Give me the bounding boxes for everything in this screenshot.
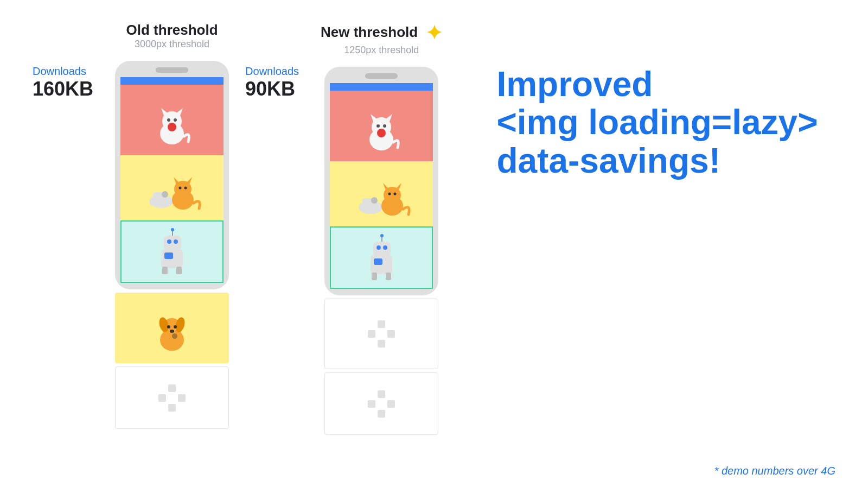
- right-loading-box-1: [324, 299, 438, 369]
- sparkle-icon: ✦: [426, 22, 442, 45]
- right-img-dog-teal: [330, 226, 433, 289]
- left-phone-column: Old threshold 3000px threshold: [115, 22, 229, 429]
- right-loading-spinner-1: [368, 320, 395, 348]
- svg-point-19: [171, 228, 174, 231]
- right-loading-spinner-2: [368, 390, 395, 418]
- left-loading-box: [115, 367, 229, 429]
- svg-rect-22: [164, 252, 173, 259]
- improved-text: Improved <img loading=lazy> data-savings…: [496, 65, 818, 180]
- left-img-cat-yellow: [120, 155, 224, 220]
- svg-rect-50: [373, 242, 391, 257]
- robot-dog-icon: [150, 228, 194, 276]
- svg-point-53: [376, 245, 381, 250]
- right-downloads-size: 90KB: [245, 78, 295, 100]
- left-img-cat-salmon: [120, 85, 224, 155]
- left-phone-screen: [120, 77, 224, 283]
- svg-point-4: [167, 118, 170, 122]
- svg-rect-57: [386, 273, 391, 280]
- right-phone-column: New threshold ✦ 1250px threshold: [321, 22, 442, 435]
- svg-point-20: [167, 239, 171, 244]
- right-column-header: New threshold ✦ 1250px threshold: [321, 22, 442, 56]
- left-nav-bar: [120, 77, 224, 85]
- svg-point-6: [168, 123, 176, 131]
- left-phone-notch: [156, 67, 188, 73]
- svg-rect-24: [176, 267, 182, 274]
- right-downloads-info: Downloads 90KB: [245, 65, 299, 100]
- svg-point-37: [376, 124, 380, 128]
- svg-point-29: [167, 325, 170, 329]
- svg-point-31: [170, 330, 174, 333]
- svg-point-21: [174, 239, 178, 244]
- right-below-phone: [324, 299, 438, 435]
- right-column-title: New threshold ✦: [321, 22, 442, 45]
- svg-point-32: [172, 333, 177, 339]
- left-column-header: Old threshold 3000px threshold: [126, 22, 218, 50]
- svg-marker-46: [395, 183, 401, 191]
- dog-yellow-icon: [148, 301, 196, 355]
- left-column-title: Old threshold: [126, 22, 218, 39]
- svg-point-30: [174, 325, 177, 329]
- left-column-subtitle: 3000px threshold: [126, 39, 218, 50]
- svg-point-54: [383, 245, 387, 250]
- svg-rect-23: [162, 267, 168, 274]
- left-downloads-info: Downloads 160KB: [33, 65, 93, 100]
- right-cat-orange-icon: [352, 167, 411, 221]
- right-phone-screen: [330, 83, 433, 289]
- demo-note: * demo numbers over 4G: [714, 465, 835, 477]
- right-nav-bar: [330, 83, 433, 91]
- cat-orange-icon: [142, 161, 202, 215]
- right-img-cat-yellow: [330, 161, 433, 226]
- svg-point-52: [380, 234, 384, 237]
- right-img-cat-salmon: [330, 91, 433, 161]
- svg-point-38: [383, 124, 386, 128]
- cat-white-icon: [148, 93, 196, 147]
- svg-rect-55: [374, 258, 382, 265]
- svg-point-14: [179, 187, 182, 190]
- svg-point-48: [394, 193, 397, 195]
- right-robot-dog-icon: [360, 233, 403, 282]
- right-cat-white-icon: [357, 99, 406, 153]
- left-phone-frame: [115, 61, 229, 289]
- svg-rect-17: [164, 236, 181, 251]
- svg-rect-56: [372, 273, 377, 280]
- svg-point-42: [371, 197, 378, 204]
- svg-marker-12: [174, 177, 180, 185]
- left-img-dog-teal: [120, 220, 224, 283]
- right-phone-notch: [365, 73, 398, 79]
- left-downloads-size: 160KB: [33, 78, 93, 100]
- right-column-subtitle: 1250px threshold: [321, 45, 442, 56]
- right-phone-frame: [324, 67, 438, 295]
- left-below-phone: [115, 293, 229, 429]
- svg-point-9: [162, 191, 168, 198]
- svg-marker-45: [383, 183, 390, 191]
- page: Downloads 160KB Old threshold 3000px thr…: [0, 0, 868, 499]
- right-downloads-label: Downloads: [245, 65, 299, 77]
- svg-point-15: [184, 187, 187, 190]
- svg-marker-13: [186, 177, 192, 185]
- right-text-section: Improved <img loading=lazy> data-savings…: [464, 22, 835, 180]
- left-loading-spinner: [158, 384, 186, 412]
- left-dog-yellow-box: [115, 293, 229, 363]
- svg-point-39: [377, 129, 386, 137]
- svg-point-5: [174, 118, 177, 122]
- right-loading-box-2: [324, 372, 438, 435]
- svg-point-47: [388, 193, 391, 195]
- left-downloads-label: Downloads: [33, 65, 86, 77]
